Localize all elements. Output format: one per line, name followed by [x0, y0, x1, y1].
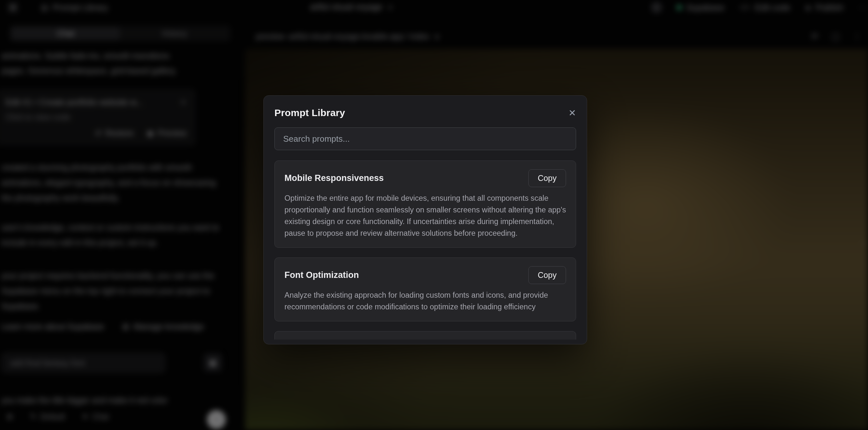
search-input[interactable]: [274, 127, 576, 150]
prompt-card-title: Font Optimization: [284, 270, 359, 280]
prompt-card-body: Analyze the existing approach for loadin…: [284, 289, 577, 313]
close-icon[interactable]: ✕: [568, 108, 576, 118]
prompt-library-modal: Prompt Library ✕ Mobile Responsiveness C…: [264, 95, 587, 344]
prompt-card-title: Mobile Responsiveness: [284, 173, 384, 183]
copy-button[interactable]: Copy: [528, 169, 566, 187]
prompt-card-clipped: [274, 331, 576, 340]
prompt-card-body: Optimize the entire app for mobile devic…: [284, 192, 577, 239]
modal-title: Prompt Library: [274, 108, 345, 118]
copy-button[interactable]: Copy: [528, 266, 566, 284]
prompt-card-mobile-responsiveness: Mobile Responsiveness Copy Optimize the …: [274, 160, 576, 248]
prompt-card-list: Mobile Responsiveness Copy Optimize the …: [274, 160, 576, 340]
prompt-card-font-optimization: Font Optimization Copy Analyze the exist…: [274, 257, 576, 321]
